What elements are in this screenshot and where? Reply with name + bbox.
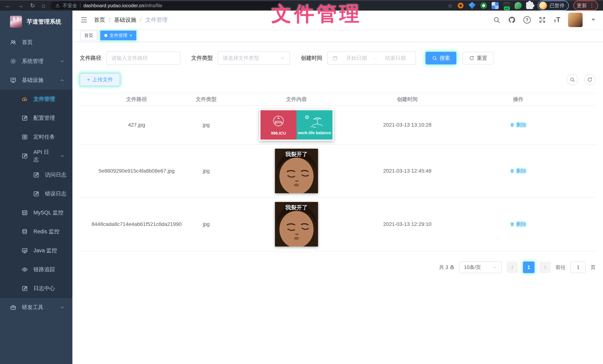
browser-profile-chip[interactable]: 已暂停 [538,0,569,11]
breadcrumb: 首页 / 基础设施 / 文件管理 [94,16,168,24]
type-select[interactable]: 请选择文件类型 [218,51,290,65]
sidebar-item-trace[interactable]: 链路追踪 [0,260,72,279]
toggle-search-button[interactable] [567,74,578,85]
users-icon [10,39,16,46]
total-count: 共 3 条 [439,264,455,271]
extensions-puzzle-icon[interactable] [526,2,533,9]
trash-icon [510,169,515,173]
tag-file-management[interactable]: 文件管理 × [100,31,136,40]
bookmark-star-icon[interactable]: ☆ [448,2,453,9]
breadcrumb-home[interactable]: 首页 [94,16,105,24]
sidebar-item-devtools[interactable]: 研发工具 [0,298,72,317]
chevron-down-icon [493,265,497,270]
tag-close-icon[interactable]: × [130,33,132,38]
extension-on-icon[interactable]: on [503,2,510,9]
sidebar-item-api-log[interactable]: API 日志 [0,147,72,165]
path-label: 文件路径 [80,54,101,62]
date-range-picker[interactable]: 开始日期 - 结束日期 [327,51,416,65]
cell-file-type: jpg [193,219,219,229]
help-icon[interactable]: ? [523,16,531,23]
caret-down-icon[interactable] [591,19,595,21]
app-title: 芋道管理系统 [27,18,61,26]
reload-icon[interactable]: ↻ [30,2,35,9]
sidebar-item-java[interactable]: Java 监控 [0,241,72,260]
tags-bar: 首页 文件管理 × [72,29,603,42]
search-icon[interactable] [493,16,500,23]
font-size-icon[interactable]: TT [554,16,560,24]
cell-file-path: 427.jpg [80,120,193,130]
chevron-down-icon [60,305,65,310]
delete-link[interactable]: 删除 [510,167,526,174]
sidebar-item-log-center[interactable]: 日志中心 [0,279,72,298]
bed-badge-icon [271,114,286,129]
database-icon [22,228,28,235]
page-size-select[interactable]: 10条/页 [460,261,502,273]
file-preview-meme[interactable]: 我裂开了 [275,149,318,193]
goto-page-input[interactable] [570,262,586,273]
github-icon[interactable] [508,16,516,23]
sidebar-item-config[interactable]: 配置管理 [0,109,72,127]
user-avatar[interactable] [568,13,583,27]
breadcrumb-current: 文件管理 [145,16,168,24]
sidebar-item-redis[interactable]: Redis 监控 [0,222,72,241]
extension-gem-icon[interactable] [469,2,476,9]
file-preview-meme[interactable]: 我裂开了 [275,202,318,247]
table-grid-icon [22,210,28,216]
sidebar-item-access-log[interactable]: 访问日志 [0,165,72,184]
chevron-down-icon [280,56,285,60]
cloud-upload-icon [22,96,28,102]
extension-leaf-icon[interactable] [515,2,522,9]
sidebar-item-infra[interactable]: 基础设施 [0,71,72,90]
file-table: 文件路径 文件类型 文件内容 创建时间 操作 427.jpg jpg 996.I… [80,93,596,251]
upload-file-button[interactable]: + 上传文件 [80,73,120,86]
log-icon [22,153,28,159]
search-button[interactable]: 搜索 [426,52,456,64]
goto-label: 前往 [556,264,566,271]
toolbox-icon [10,304,16,310]
refresh-table-button[interactable] [584,74,596,85]
sidebar-item-job[interactable]: 定时任务 [0,127,72,147]
path-input[interactable] [111,55,175,61]
extension-green-icon[interactable] [480,2,487,9]
type-label: 文件类型 [191,54,213,62]
browser-menu-icon[interactable]: ⋮ [589,3,595,8]
beach-icon [303,114,326,129]
chevron-left-icon [510,265,515,270]
cell-create-time: 2021-03-13 13:10:28 [374,120,441,130]
calendar-icon [332,55,338,61]
file-preview-996icu[interactable]: 996.ICU work-life balance [259,109,334,141]
trash-icon [510,222,515,227]
address-bar[interactable]: ⚠ 不安全 dashboard.yudao.iocoder.cn/infra/f… [50,1,283,10]
page-unit-label: 页 [591,264,596,271]
next-page-button[interactable] [539,262,551,273]
page-number-button[interactable]: 1 [523,262,534,273]
back-icon[interactable]: ← [5,2,11,9]
forward-icon[interactable]: → [17,2,23,9]
log-icon [33,191,39,197]
content-area: 文件路径 文件类型 请选择文件类型 创建时间 开始日期 - 结束日期 [72,42,603,364]
sidebar-item-error-log[interactable]: 错误日志 [0,184,72,203]
top-navbar: 首页 / 基础设施 / 文件管理 ? TT [72,11,603,29]
extension-orange-icon[interactable] [457,2,464,9]
fullscreen-icon[interactable] [539,16,546,23]
profile-avatar [539,2,547,10]
reset-button[interactable]: 重置 [463,52,493,64]
log-icon [33,172,39,178]
extension-grid-icon[interactable] [492,2,499,9]
filter-form: 文件路径 文件类型 请选择文件类型 创建时间 开始日期 - 结束日期 [80,51,596,65]
prev-page-button[interactable] [507,262,518,273]
tag-home[interactable]: 首页 [80,31,97,40]
browser-update-button[interactable]: 更新 ⋮ [573,0,598,11]
log-icon [22,285,28,292]
app-logo-row[interactable]: 芋道管理系统 [0,11,72,33]
sidebar-item-mysql[interactable]: MySQL 监控 [0,203,72,222]
home-icon[interactable]: ⌂ [42,2,45,9]
sidebar-item-file[interactable]: 文件管理 [0,90,72,109]
sidebar-item-system[interactable]: 系统管理 [0,52,72,71]
sidebar-item-home[interactable]: 首页 [0,33,72,52]
hamburger-icon[interactable] [80,16,88,23]
breadcrumb-infra[interactable]: 基础设施 [114,16,136,24]
security-label: 不安全 [63,2,77,9]
delete-link[interactable]: 删除 [510,221,526,228]
delete-link[interactable]: 删除 [510,121,526,128]
